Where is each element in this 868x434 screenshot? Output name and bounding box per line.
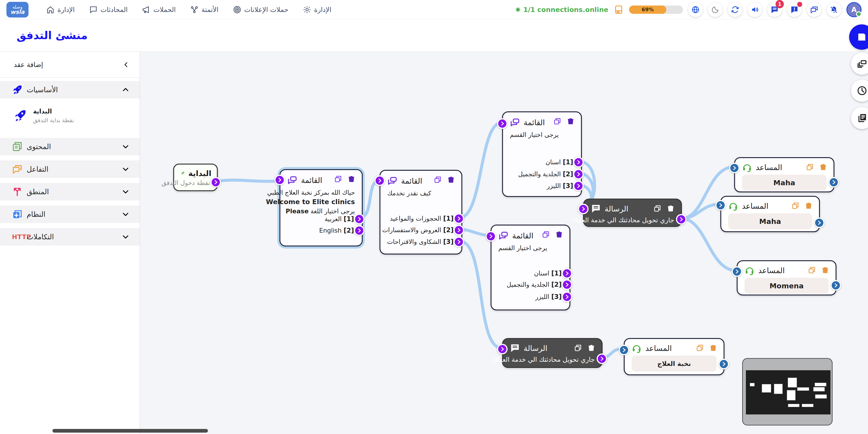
delete-node-icon[interactable] <box>567 117 575 125</box>
sidebar-section-integrations[interactable]: HTTP التكاملات <box>0 228 140 245</box>
output-handle[interactable] <box>814 218 825 228</box>
online-dot-icon <box>516 7 521 12</box>
input-handle[interactable] <box>732 266 742 277</box>
duplicate-node-icon[interactable] <box>542 231 550 238</box>
option-output-handle[interactable] <box>573 169 584 179</box>
option-output-handle[interactable] <box>354 225 365 236</box>
edge <box>216 180 279 181</box>
option-output-handle[interactable] <box>562 268 572 279</box>
dark-mode-button[interactable] <box>708 2 723 17</box>
delete-node-icon[interactable] <box>447 176 455 184</box>
nav-item-campaigns[interactable]: الحملات <box>142 5 176 14</box>
node-start[interactable]: البداية نقطة دخول التدفق <box>173 164 218 191</box>
node-title: البداية <box>188 169 211 178</box>
input-handle[interactable] <box>497 118 507 129</box>
input-handle[interactable] <box>274 175 285 185</box>
duplicate-node-icon[interactable] <box>806 163 814 171</box>
duplicate-node-icon[interactable] <box>553 117 561 125</box>
wsla-logo[interactable]: وصله wsla <box>6 2 29 18</box>
input-handle[interactable] <box>619 345 629 355</box>
node-assistant-momena[interactable]: المساعد Momena <box>737 260 836 295</box>
node-menu-language[interactable]: القائمة حياك الله بمركز نخبة العلاج الطب… <box>279 169 363 247</box>
nav-item-automation[interactable]: الأتمتة <box>190 5 218 14</box>
delete-node-icon[interactable] <box>347 175 355 183</box>
input-handle[interactable] <box>486 231 496 242</box>
output-handle[interactable] <box>829 177 839 187</box>
language-button[interactable] <box>688 2 703 17</box>
option-output-handle[interactable] <box>573 181 584 191</box>
delete-node-icon[interactable] <box>819 163 827 171</box>
horizontal-scrollbar[interactable] <box>53 429 208 433</box>
node-menu-department-top[interactable]: القائمة يرجى اختيار القسم [1] اسنان [2] … <box>502 111 582 197</box>
usage-progress-bar: 69% <box>629 5 683 14</box>
duplicate-node-icon[interactable] <box>808 266 816 274</box>
nav-item-admin-home[interactable]: الإدارة <box>46 5 75 14</box>
duplicate-node-icon[interactable] <box>696 344 704 352</box>
menu-option-bookings: [1] الحجوزات والمواعيد <box>386 213 454 225</box>
sidebar-section-basics[interactable]: الأساسيات <box>0 81 140 98</box>
sidebar-section-interaction[interactable]: التفاعل <box>0 161 140 178</box>
output-handle[interactable] <box>718 359 729 369</box>
input-handle[interactable] <box>497 344 507 354</box>
output-handle[interactable] <box>211 177 221 187</box>
duplicate-node-icon[interactable] <box>434 176 442 184</box>
option-output-handle[interactable] <box>354 214 365 224</box>
output-handle[interactable] <box>676 214 686 225</box>
user-avatar[interactable]: A <box>846 2 862 17</box>
node-assistant-maha-1[interactable]: المساعد Maha <box>734 157 834 192</box>
collapse-sidebar-icon[interactable] <box>123 61 129 68</box>
notifications-muted-button[interactable] <box>827 2 841 17</box>
node-title: القائمة <box>524 118 545 127</box>
node-message-transfer-top[interactable]: الرسالة جاري تحويل محادثتك الي خدمة العم… <box>583 199 682 227</box>
node-assistant-maha-2[interactable]: المساعد Maha <box>720 196 820 232</box>
menu-node-icon <box>287 175 298 185</box>
nav-item-conversations[interactable]: المحادثات <box>89 5 128 14</box>
node-menu-department-mid[interactable]: القائمة يرجى اختيار القسم [1] اسنان [2] … <box>491 225 570 311</box>
sidebar-section-logic[interactable]: المنطق <box>0 183 140 200</box>
node-title: المساعد <box>756 163 782 172</box>
flow-canvas[interactable]: البداية نقطة دخول التدفق القائمة حياك ال… <box>140 52 868 434</box>
sidebar-header: إضافة عقد <box>0 52 140 78</box>
delete-node-icon[interactable] <box>555 231 563 238</box>
option-output-handle[interactable] <box>454 213 464 224</box>
option-output-handle[interactable] <box>573 157 584 168</box>
sidebar-section-system[interactable]: النظام <box>0 205 140 223</box>
node-body: جاري تحويل محادثتك الي خدمة العملاء <box>503 354 602 366</box>
node-message-transfer-bottom[interactable]: الرسالة جاري تحويل محادثتك الي خدمة العم… <box>502 338 602 368</box>
input-handle[interactable] <box>729 163 740 173</box>
palette-item-start[interactable]: البداية نقطة بداية التدفق <box>0 98 140 133</box>
input-handle[interactable] <box>578 204 589 214</box>
delete-node-icon[interactable] <box>709 344 717 352</box>
duplicate-node-icon[interactable] <box>792 202 799 210</box>
option-output-handle[interactable] <box>454 225 464 235</box>
nav-item-ad-campaigns[interactable]: حملات الإعلانات <box>233 5 288 14</box>
node-menu-services[interactable]: القائمة كيف نقدر نخدمك [1] الحجوزات والم… <box>379 170 462 255</box>
input-handle[interactable] <box>715 200 726 210</box>
home-icon <box>46 5 55 14</box>
refresh-button[interactable] <box>728 2 742 17</box>
duplicate-node-icon[interactable] <box>334 175 342 183</box>
delete-node-icon[interactable] <box>587 344 595 352</box>
output-handle[interactable] <box>597 353 607 364</box>
delete-node-icon[interactable] <box>805 202 813 210</box>
sidebar-section-content[interactable]: المحتوى <box>0 138 140 155</box>
option-output-handle[interactable] <box>562 279 572 290</box>
node-assistant-elite[interactable]: المساعد نخبة العلاج <box>624 338 724 375</box>
input-handle[interactable] <box>374 175 385 186</box>
chats-button[interactable] <box>807 2 822 17</box>
option-output-handle[interactable] <box>454 237 464 247</box>
option-output-handle[interactable] <box>562 292 572 302</box>
duplicate-node-icon[interactable] <box>653 205 661 212</box>
megaphone-icon <box>142 5 151 14</box>
sound-button[interactable] <box>747 2 762 17</box>
section-label: التكاملات <box>27 233 122 241</box>
nav-item-administration[interactable]: الإدارة <box>303 5 332 14</box>
minimap[interactable] <box>742 358 833 426</box>
output-handle[interactable] <box>831 280 841 291</box>
messages-button[interactable]: 1 <box>767 2 782 17</box>
node-title: الرسالة <box>604 204 628 213</box>
alerts-button[interactable] <box>787 2 802 17</box>
delete-node-icon[interactable] <box>821 266 829 274</box>
delete-node-icon[interactable] <box>667 205 675 212</box>
duplicate-node-icon[interactable] <box>574 344 582 352</box>
